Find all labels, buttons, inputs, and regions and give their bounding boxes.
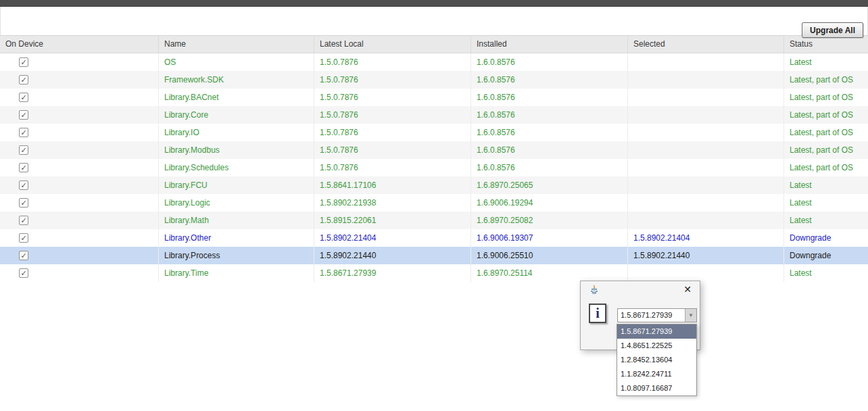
column-header-status[interactable]: Status xyxy=(784,36,868,53)
table-row[interactable]: ✓OS1.5.0.78761.6.0.8576Latest xyxy=(0,53,868,71)
selected-cell xyxy=(628,124,784,141)
latest-local-cell: 1.5.0.7876 xyxy=(314,106,471,124)
table-row[interactable]: ✓Library.FCU1.5.8641.171061.6.8970.25065… xyxy=(0,176,868,194)
on-device-checkbox[interactable]: ✓ xyxy=(19,251,28,260)
selected-cell: 1.5.8902.21440 xyxy=(628,247,784,264)
version-option[interactable]: 1.5.8671.27939 xyxy=(617,324,696,339)
name-cell: Framework.SDK xyxy=(159,71,314,89)
table-row[interactable]: ✓Framework.SDK1.5.0.78761.6.0.8576Latest… xyxy=(0,71,868,89)
table-row[interactable]: ✓Library.Core1.5.0.78761.6.0.8576Latest,… xyxy=(0,106,868,124)
selected-cell xyxy=(628,141,784,159)
name-cell: Library.Time xyxy=(159,264,314,282)
latest-local-cell: 1.5.0.7876 xyxy=(314,159,471,176)
installed-cell: 1.6.9006.25510 xyxy=(471,247,628,264)
table-row[interactable]: ✓Library.Other1.5.8902.214041.6.9006.193… xyxy=(0,229,868,247)
table-row[interactable]: ✓Library.IO1.5.0.78761.6.0.8576Latest, p… xyxy=(0,124,868,141)
on-device-checkbox[interactable]: ✓ xyxy=(19,145,28,155)
latest-local-cell: 1.5.0.7876 xyxy=(314,89,471,106)
version-option[interactable]: 1.4.8651.22525 xyxy=(617,339,696,353)
status-cell: Latest xyxy=(784,176,868,194)
latest-local-cell: 1.5.8671.27939 xyxy=(314,264,471,282)
selected-cell xyxy=(628,53,784,71)
upgrade-all-button[interactable]: Upgrade All xyxy=(802,22,863,38)
table-row[interactable]: ✓Library.Math1.5.8915.220611.6.8970.2508… xyxy=(0,212,868,229)
name-cell: Library.Process xyxy=(159,247,314,264)
column-header-on-device[interactable]: On Device xyxy=(0,36,159,53)
name-cell: Library.Core xyxy=(159,106,314,124)
selected-cell xyxy=(628,194,784,212)
installed-cell: 1.6.0.8576 xyxy=(471,124,628,141)
on-device-checkbox[interactable]: ✓ xyxy=(19,75,28,84)
on-device-cell: ✓ xyxy=(0,106,159,124)
name-cell: Library.Modbus xyxy=(159,141,314,159)
column-header-installed[interactable]: Installed xyxy=(471,36,628,53)
status-cell: Latest xyxy=(784,194,868,212)
table-body: ✓OS1.5.0.78761.6.0.8576Latest✓Framework.… xyxy=(0,53,868,282)
column-header-latest-local[interactable]: Latest Local xyxy=(314,36,471,53)
version-combobox[interactable]: 1.5.8671.27939 ▼ xyxy=(617,308,697,322)
installed-cell: 1.6.0.8576 xyxy=(471,89,628,106)
on-device-checkbox[interactable]: ✓ xyxy=(19,268,28,278)
on-device-checkbox[interactable]: ✓ xyxy=(19,93,28,102)
on-device-checkbox[interactable]: ✓ xyxy=(19,110,28,120)
selected-cell xyxy=(628,159,784,176)
dialog-titlebar: ✕ xyxy=(581,281,700,299)
installed-cell: 1.6.0.8576 xyxy=(471,53,628,71)
on-device-checkbox[interactable]: ✓ xyxy=(19,163,28,172)
on-device-cell: ✓ xyxy=(0,194,159,212)
selected-cell xyxy=(628,176,784,194)
latest-local-cell: 1.5.8902.21440 xyxy=(314,247,471,264)
latest-local-cell: 1.5.8641.17106 xyxy=(314,176,471,194)
selected-cell xyxy=(628,212,784,229)
installed-cell: 1.6.0.8576 xyxy=(471,159,628,176)
status-cell: Latest, part of OS xyxy=(784,124,868,141)
status-cell: Latest, part of OS xyxy=(784,89,868,106)
installed-cell: 1.6.8970.25082 xyxy=(471,212,628,229)
table-row[interactable]: ✓Library.Process1.5.8902.214401.6.9006.2… xyxy=(0,247,868,264)
name-cell: Library.Schedules xyxy=(159,159,314,176)
on-device-cell: ✓ xyxy=(0,141,159,159)
close-icon[interactable]: ✕ xyxy=(683,284,692,295)
on-device-checkbox[interactable]: ✓ xyxy=(19,216,28,225)
on-device-cell: ✓ xyxy=(0,212,159,229)
status-cell: Latest, part of OS xyxy=(784,141,868,159)
installed-cell: 1.6.8970.25114 xyxy=(471,264,628,282)
name-cell: Library.Logic xyxy=(159,194,314,212)
installed-cell: 1.6.0.8576 xyxy=(471,141,628,159)
table-row[interactable]: ✓Library.Logic1.5.8902.219381.6.9006.192… xyxy=(0,194,868,212)
upgrade-window: Upgrade All On DeviceNameLatest LocalIns… xyxy=(0,0,868,411)
on-device-checkbox[interactable]: ✓ xyxy=(19,128,28,137)
on-device-cell: ✓ xyxy=(0,159,159,176)
name-cell: Library.IO xyxy=(159,124,314,141)
on-device-checkbox[interactable]: ✓ xyxy=(19,233,28,243)
on-device-checkbox[interactable]: ✓ xyxy=(19,57,28,67)
latest-local-cell: 1.5.0.7876 xyxy=(314,124,471,141)
latest-local-cell: 1.5.0.7876 xyxy=(314,53,471,71)
table-row[interactable]: ✓Library.Schedules1.5.0.78761.6.0.8576La… xyxy=(0,159,868,176)
chevron-down-icon[interactable]: ▼ xyxy=(685,309,696,322)
toolbar: Upgrade All xyxy=(0,7,868,35)
on-device-cell: ✓ xyxy=(0,229,159,247)
table-row[interactable]: ✓Library.BACnet1.5.0.78761.6.0.8576Lates… xyxy=(0,89,868,106)
latest-local-cell: 1.5.0.7876 xyxy=(314,71,471,89)
table-header-row: On DeviceNameLatest LocalInstalledSelect… xyxy=(0,35,868,53)
table-row[interactable]: ✓Library.Modbus1.5.0.78761.6.0.8576Lates… xyxy=(0,141,868,159)
table-row[interactable]: ✓Library.Time1.5.8671.279391.6.8970.2511… xyxy=(0,264,868,282)
on-device-cell: ✓ xyxy=(0,176,159,194)
selected-cell: 1.5.8902.21404 xyxy=(628,229,784,247)
version-option[interactable]: 1.1.8242.24711 xyxy=(617,367,696,381)
status-cell: Latest xyxy=(784,53,868,71)
column-header-selected[interactable]: Selected xyxy=(628,36,784,53)
status-cell: Latest xyxy=(784,212,868,229)
version-option[interactable]: 1.0.8097.16687 xyxy=(617,381,696,395)
installed-cell: 1.6.0.8576 xyxy=(471,106,628,124)
latest-local-cell: 1.5.8902.21404 xyxy=(314,229,471,247)
status-cell: Latest xyxy=(784,264,868,282)
on-device-checkbox[interactable]: ✓ xyxy=(19,180,28,190)
on-device-checkbox[interactable]: ✓ xyxy=(19,198,28,208)
status-cell: Latest, part of OS xyxy=(784,106,868,124)
name-cell: OS xyxy=(159,53,314,71)
version-option[interactable]: 1.2.8452.13604 xyxy=(617,353,696,367)
java-icon xyxy=(589,285,600,295)
column-header-name[interactable]: Name xyxy=(159,36,314,53)
